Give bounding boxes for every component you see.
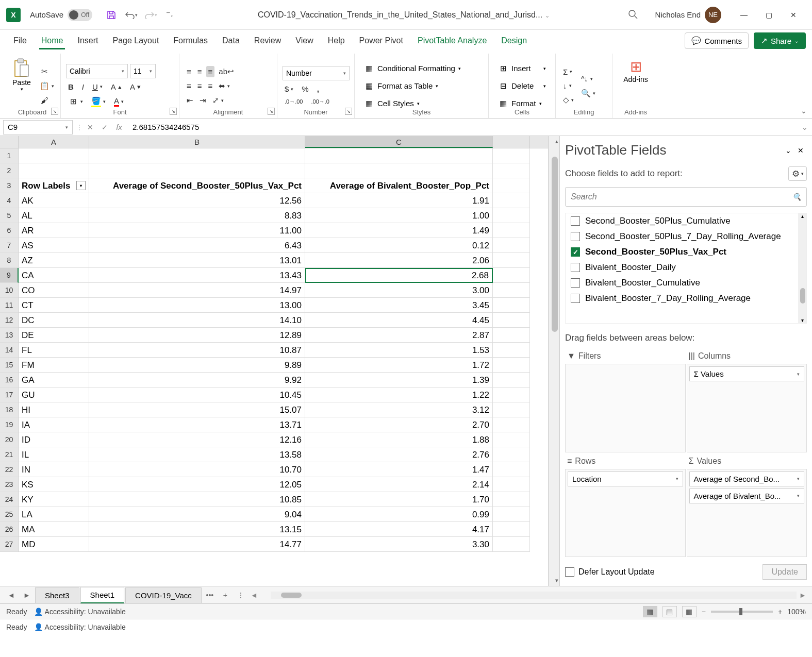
cell[interactable]: 3.00	[305, 283, 493, 298]
cell[interactable]: 2.14	[305, 477, 493, 492]
cell[interactable]	[89, 148, 305, 163]
cell[interactable]	[493, 507, 530, 522]
cell[interactable]: CO	[19, 283, 89, 298]
row-header[interactable]: 25	[0, 507, 19, 522]
cell[interactable]	[493, 343, 530, 358]
scroll-thumb[interactable]	[552, 157, 558, 332]
horizontal-scrollbar[interactable]	[271, 592, 797, 599]
cancel-formula-icon[interactable]: ✕	[83, 120, 97, 134]
cell[interactable]	[493, 283, 530, 298]
cell[interactable]: AR	[19, 223, 89, 238]
avatar[interactable]: NE	[705, 7, 721, 23]
row-header[interactable]: 27	[0, 537, 19, 552]
cell[interactable]: AL	[19, 208, 89, 223]
search-icon[interactable]	[627, 9, 640, 21]
underline-button[interactable]: U ▾	[90, 81, 105, 92]
cut-button[interactable]: ✂	[37, 65, 56, 78]
accounting-button[interactable]: $▾	[283, 83, 295, 94]
format-as-table-button[interactable]: ▦Format as Table ▾	[360, 79, 483, 93]
row-header[interactable]: 13	[0, 328, 19, 343]
cell[interactable]: 3.45	[305, 298, 493, 313]
cell[interactable]: FL	[19, 343, 89, 358]
row-header[interactable]: 4	[0, 193, 19, 208]
clear-button[interactable]: ◇▾	[561, 94, 576, 106]
cell[interactable]	[493, 253, 530, 268]
cell[interactable]: 9.89	[89, 358, 305, 373]
user-name[interactable]: Nicholas End	[655, 10, 701, 19]
tab-power-pivot[interactable]: Power Pivot	[352, 32, 410, 49]
comma-button[interactable]: ,	[315, 83, 321, 94]
cell[interactable]: 2.70	[305, 417, 493, 432]
minimize-button[interactable]: ―	[732, 5, 756, 25]
row-header[interactable]: 1	[0, 148, 19, 163]
defer-update-checkbox[interactable]	[565, 567, 574, 577]
columns-area-item[interactable]: Σ Values▾	[689, 366, 805, 381]
align-middle-button[interactable]: ≡	[195, 66, 204, 77]
increase-decimal-button[interactable]: .0→.00	[283, 97, 305, 106]
clipboard-launcher[interactable]: ↘	[51, 108, 58, 115]
delete-cells-button[interactable]: ⊟Delete ▾	[494, 79, 550, 93]
cell[interactable]: GA	[19, 373, 89, 388]
row-header[interactable]: 24	[0, 492, 19, 507]
field-list-item[interactable]: Bivalent_Booster_Daily	[566, 260, 806, 275]
tab-page-layout[interactable]: Page Layout	[105, 32, 166, 49]
pivot-value-header[interactable]: Average of Bivalent_Booster_Pop_Pct	[305, 178, 493, 193]
bold-button[interactable]: B	[66, 81, 76, 92]
zoom-slider[interactable]	[711, 611, 773, 613]
filters-area[interactable]: ▼Filters	[565, 348, 686, 452]
row-header[interactable]: 26	[0, 522, 19, 537]
qat-customize-icon[interactable]: ⎺▾	[163, 8, 177, 22]
cell[interactable]: 4.17	[305, 522, 493, 537]
zoom-in-button[interactable]: +	[778, 608, 782, 616]
rows-area-item[interactable]: Location▾	[568, 471, 683, 486]
row-header[interactable]: 10	[0, 283, 19, 298]
align-top-button[interactable]: ≡	[185, 66, 193, 77]
cell[interactable]: CA	[19, 268, 89, 283]
field-checkbox[interactable]	[571, 232, 580, 241]
cell[interactable]: IL	[19, 447, 89, 462]
cell[interactable]: 1.53	[305, 343, 493, 358]
font-name-select[interactable]: Calibri▾	[66, 64, 128, 78]
cell[interactable]: 12.56	[89, 193, 305, 208]
cell[interactable]: 1.00	[305, 208, 493, 223]
cell[interactable]: 12.16	[89, 432, 305, 447]
row-header[interactable]: 8	[0, 253, 19, 268]
cell[interactable]: MA	[19, 522, 89, 537]
cell[interactable]	[89, 163, 305, 178]
cell[interactable]: 0.99	[305, 507, 493, 522]
tab-help[interactable]: Help	[321, 32, 352, 49]
comments-button[interactable]: 💬Comments	[685, 32, 749, 49]
new-sheet-button[interactable]: +	[218, 588, 233, 602]
cell[interactable]: AS	[19, 238, 89, 253]
col-header-d[interactable]	[493, 136, 530, 148]
name-box[interactable]: C9▾	[3, 120, 73, 134]
row-header[interactable]: 15	[0, 358, 19, 373]
pane-collapse-icon[interactable]: ⌄	[782, 144, 794, 157]
document-title[interactable]: COVID-19_Vaccination_Trends_in_the_Unite…	[190, 10, 617, 20]
maximize-button[interactable]: ▢	[756, 5, 781, 25]
field-checkbox[interactable]: ✓	[571, 247, 580, 257]
cell[interactable]	[19, 148, 89, 163]
cell[interactable]: 13.71	[89, 417, 305, 432]
cell[interactable]	[305, 163, 493, 178]
row-header[interactable]: 11	[0, 298, 19, 313]
cell[interactable]	[493, 402, 530, 417]
cell[interactable]	[493, 388, 530, 402]
sort-filter-button[interactable]: ᴬ↓▾	[579, 73, 598, 85]
cell[interactable]	[493, 163, 530, 178]
cell[interactable]: 2.06	[305, 253, 493, 268]
cell[interactable]: 1.70	[305, 492, 493, 507]
field-list-item[interactable]: Second_Booster_50Plus_Cumulative	[566, 213, 806, 229]
sheet-more-icon[interactable]: •••	[203, 588, 217, 602]
tab-view[interactable]: View	[288, 32, 320, 49]
cell[interactable]	[493, 477, 530, 492]
field-checkbox[interactable]	[571, 263, 580, 272]
row-header[interactable]: 12	[0, 313, 19, 328]
search-input[interactable]	[571, 192, 788, 201]
borders-button[interactable]: ⊞▾	[66, 95, 85, 108]
decrease-decimal-button[interactable]: .00→.0	[309, 97, 331, 106]
formula-input[interactable]: 2.68157534246575	[126, 123, 798, 131]
field-checkbox[interactable]	[571, 278, 580, 288]
redo-icon[interactable]: ▾	[144, 8, 157, 22]
field-list-item[interactable]: ✓Second_Booster_50Plus_Vax_Pct	[566, 244, 806, 260]
